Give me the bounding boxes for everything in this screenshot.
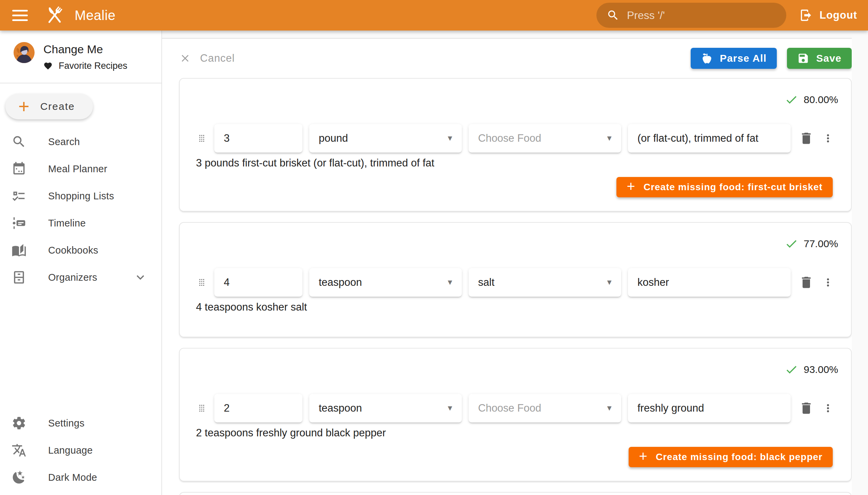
app-title[interactable]: Mealie (74, 8, 116, 23)
note-input[interactable] (637, 132, 783, 144)
quantity-input[interactable] (224, 276, 294, 289)
favorite-recipes-link[interactable]: Favorite Recipes (44, 61, 127, 71)
create-missing-food-label: Create missing food: black pepper (656, 451, 822, 462)
toolbar-actions: Parse All Save (691, 48, 852, 69)
food-input[interactable] (478, 132, 602, 144)
original-ingredient-text: 3 pounds first-cut brisket (or flat-cut)… (180, 156, 851, 170)
dropdown-caret-icon: ▼ (606, 134, 613, 143)
search-input[interactable]: Press '/' (596, 3, 786, 28)
sidebar-item-search[interactable]: Search (0, 128, 161, 155)
plus-icon: + (627, 180, 635, 193)
favorites-label: Favorite Recipes (59, 61, 127, 71)
save-icon (797, 52, 809, 64)
create-label: Create (40, 101, 75, 112)
more-menu-button[interactable] (822, 399, 834, 417)
close-icon (179, 52, 191, 64)
parser-sheet: Cancel Parse All Save (162, 38, 852, 495)
drag-handle-icon[interactable] (196, 274, 207, 291)
sidebar-item-meal-planner[interactable]: Meal Planner (0, 155, 161, 183)
more-menu-button[interactable] (822, 130, 834, 147)
confidence-value: 80.00% (804, 94, 838, 105)
drag-handle-icon[interactable] (196, 400, 207, 416)
sidebar-item-shopping-lists[interactable]: Shopping Lists (0, 183, 161, 209)
unit-input[interactable] (319, 402, 443, 414)
gear-icon (12, 416, 27, 431)
dropdown-caret-icon: ▼ (446, 134, 454, 143)
parser-toolbar: Cancel Parse All Save (179, 39, 852, 78)
save-button[interactable]: Save (787, 48, 852, 69)
delete-button[interactable] (798, 274, 815, 291)
sidebar-item-timeline[interactable]: Timeline (0, 209, 161, 237)
kebab-icon (822, 131, 834, 146)
unit-select[interactable]: ▼ (309, 124, 462, 153)
save-label: Save (816, 53, 841, 64)
sidebar-item-dark-mode[interactable]: Dark Mode (0, 464, 161, 491)
note-field (628, 394, 791, 423)
logout-label: Logout (819, 9, 857, 21)
checklist-icon (12, 188, 27, 203)
quantity-input[interactable] (224, 132, 294, 144)
food-input[interactable] (478, 402, 602, 414)
original-ingredient-text: 4 teaspoons kosher salt (180, 300, 851, 314)
dropdown-caret-icon: ▼ (606, 278, 613, 287)
more-menu-button[interactable] (822, 274, 834, 291)
delete-button[interactable] (798, 130, 815, 147)
note-field (628, 124, 791, 153)
user-profile[interactable]: Change Me Favorite Recipes (0, 31, 161, 83)
menu-icon[interactable] (12, 10, 28, 21)
ingredient-card: 80.00% ▼ ▼ 3 pounds first-cut brisket (o (179, 78, 852, 211)
sidebar-item-settings[interactable]: Settings (0, 410, 161, 437)
food-select[interactable]: ▼ (469, 268, 621, 297)
dropdown-caret-icon: ▼ (446, 404, 454, 413)
delete-button[interactable] (798, 399, 815, 417)
parse-all-button[interactable]: Parse All (691, 48, 777, 69)
cancel-button[interactable]: Cancel (179, 52, 235, 64)
confidence-value: 93.00% (804, 364, 838, 375)
food-input[interactable] (478, 276, 602, 289)
create-missing-food-button[interactable]: + Create missing food: black pepper (629, 447, 833, 467)
shell: Change Me Favorite Recipes + Create (0, 31, 868, 495)
cancel-label: Cancel (200, 52, 235, 64)
original-ingredient-text: 2 teaspoons freshly ground black pepper (180, 426, 851, 440)
quantity-field (214, 268, 303, 297)
quantity-input[interactable] (224, 402, 294, 414)
sidebar-item-language[interactable]: Language (0, 437, 161, 464)
trash-icon (799, 275, 814, 290)
dropdown-caret-icon: ▼ (446, 278, 454, 287)
unit-select[interactable]: ▼ (309, 394, 462, 423)
sidebar-bottom-nav: Settings Language Dark Mode (0, 410, 161, 491)
confidence-indicator: 93.00% (180, 363, 838, 376)
check-icon (785, 93, 798, 106)
ingredient-card: 77.00% ▼ ▼ 4 teaspoons kosher salt (179, 222, 852, 337)
create-button[interactable]: + Create (5, 93, 93, 119)
food-select[interactable]: ▼ (469, 394, 621, 423)
ingredient-fields: ▼ ▼ (180, 394, 851, 423)
check-icon (785, 363, 798, 376)
unit-input[interactable] (319, 276, 443, 289)
mealie-logo-icon (44, 4, 66, 27)
plus-icon: + (639, 449, 648, 463)
quantity-field (214, 124, 303, 153)
unit-select[interactable]: ▼ (309, 268, 462, 297)
trash-icon (799, 131, 814, 146)
create-missing-food-label: Create missing food: first-cut brisket (644, 182, 822, 192)
note-input[interactable] (637, 276, 783, 289)
logout-button[interactable]: Logout (799, 8, 857, 22)
note-input[interactable] (637, 402, 783, 414)
timeline-icon (12, 216, 27, 231)
apple-icon (701, 52, 713, 64)
ingredient-fields: ▼ ▼ (180, 268, 851, 297)
sidebar-item-cookbooks[interactable]: Cookbooks (0, 237, 161, 264)
sidebar-item-organizers[interactable]: Organizers (0, 264, 161, 291)
drag-handle-icon[interactable] (196, 130, 207, 147)
ingredient-card: 93.00% ▼ ▼ 2 teaspoons freshly ground bl (179, 348, 852, 481)
quantity-field (214, 394, 303, 423)
chevron-down-icon[interactable] (133, 270, 148, 285)
unit-input[interactable] (319, 132, 443, 144)
calendar-icon (12, 161, 27, 176)
confidence-indicator: 77.00% (180, 237, 838, 251)
create-missing-food-button[interactable]: + Create missing food: first-cut brisket (616, 177, 833, 197)
moon-stars-icon (12, 470, 27, 485)
food-select[interactable]: ▼ (469, 124, 621, 153)
ingredient-card-partial (179, 492, 852, 495)
